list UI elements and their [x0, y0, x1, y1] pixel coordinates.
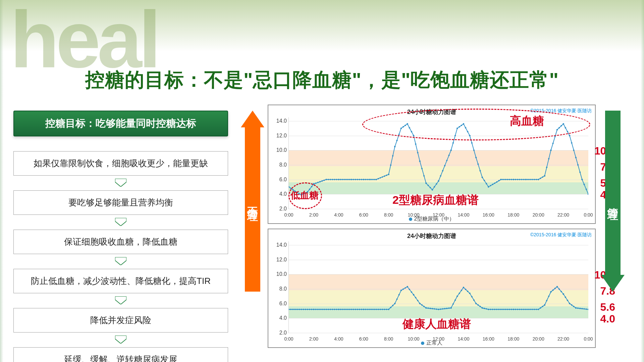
svg-point-250: [405, 287, 406, 289]
svg-point-242: [392, 305, 393, 306]
svg-point-358: [588, 309, 588, 310]
svg-point-140: [511, 179, 512, 180]
flow-step: 降低并发症风险: [13, 308, 228, 333]
svg-point-180: [575, 157, 577, 158]
svg-point-60: [380, 177, 381, 178]
svg-point-83: [417, 152, 418, 153]
svg-point-158: [542, 176, 543, 178]
ref-line-label: 5.6: [600, 301, 615, 313]
svg-point-357: [586, 308, 587, 310]
svg-point-50: [363, 179, 364, 180]
svg-point-146: [521, 179, 522, 180]
svg-point-318: [519, 309, 520, 310]
svg-point-147: [523, 179, 525, 180]
svg-point-101: [446, 160, 447, 161]
svg-point-128: [488, 186, 489, 187]
svg-point-104: [450, 149, 452, 151]
svg-point-319: [521, 309, 522, 310]
svg-point-41: [348, 179, 350, 180]
svg-point-332: [544, 304, 545, 306]
svg-point-237: [384, 309, 385, 310]
svg-point-93: [432, 189, 433, 190]
svg-point-354: [579, 308, 581, 309]
svg-point-355: [581, 308, 583, 309]
svg-point-287: [465, 289, 466, 290]
svg-point-52: [367, 179, 368, 180]
svg-point-268: [434, 308, 435, 309]
svg-point-143: [515, 179, 516, 180]
svg-point-344: [562, 293, 564, 295]
svg-point-330: [542, 306, 543, 307]
svg-point-150: [527, 179, 529, 180]
svg-point-135: [500, 179, 501, 180]
svg-point-91: [430, 187, 431, 188]
svg-point-202: [315, 309, 316, 310]
svg-point-186: [586, 189, 587, 190]
svg-point-34: [336, 179, 337, 180]
managed-arrow-label: 管理: [605, 199, 620, 203]
svg-point-195: [303, 309, 304, 310]
svg-point-87: [423, 175, 425, 177]
svg-point-156: [538, 179, 539, 180]
svg-point-117: [471, 142, 473, 143]
svg-point-154: [536, 179, 537, 180]
svg-point-300: [486, 308, 487, 309]
svg-point-225: [361, 309, 362, 310]
svg-point-233: [375, 309, 377, 310]
svg-point-273: [442, 308, 443, 309]
svg-point-185: [583, 184, 585, 185]
svg-point-241: [390, 307, 391, 308]
flow-step: 要吃够足够能量且营养均衡: [13, 190, 228, 215]
svg-point-288: [467, 291, 468, 292]
svg-point-181: [577, 164, 579, 166]
high-glucose-label: 高血糖: [510, 113, 544, 129]
svg-point-184: [581, 179, 583, 180]
svg-point-253: [409, 289, 410, 290]
unmanaged-arrow: 不管理: [241, 111, 264, 292]
unmanaged-arrow-label: 不管理: [245, 198, 260, 204]
svg-point-260: [419, 303, 421, 304]
svg-point-177: [571, 142, 572, 143]
high-glucose-ellipse: [362, 109, 590, 140]
svg-point-160: [544, 175, 545, 177]
svg-point-25: [319, 181, 321, 182]
svg-point-348: [569, 303, 570, 304]
svg-point-266: [430, 308, 431, 309]
svg-point-149: [525, 179, 527, 180]
svg-point-323: [529, 309, 531, 310]
svg-point-132: [496, 181, 497, 183]
svg-point-333: [546, 300, 547, 301]
svg-point-284: [461, 290, 462, 291]
svg-point-337: [552, 289, 553, 291]
svg-point-275: [446, 308, 447, 309]
y-tick: 8.0: [272, 162, 287, 168]
chevron-down-icon: [115, 218, 126, 226]
svg-marker-5: [115, 336, 126, 344]
svg-point-193: [299, 309, 300, 310]
svg-point-157: [540, 178, 541, 179]
svg-point-178: [573, 149, 574, 151]
svg-point-232: [373, 309, 375, 310]
svg-point-124: [482, 177, 483, 178]
svg-point-61: [382, 176, 383, 178]
svg-point-345: [565, 297, 566, 298]
svg-point-308: [500, 309, 501, 310]
svg-point-235: [380, 309, 381, 310]
svg-point-312: [508, 309, 510, 310]
svg-point-265: [427, 307, 429, 309]
svg-point-187: [588, 193, 588, 195]
svg-point-58: [375, 179, 377, 180]
y-tick: 2.0: [272, 206, 287, 212]
svg-point-261: [421, 304, 423, 306]
svg-point-54: [369, 179, 371, 180]
svg-point-85: [419, 161, 421, 162]
svg-point-182: [579, 172, 581, 173]
svg-point-321: [525, 309, 527, 310]
svg-point-82: [415, 143, 416, 145]
y-tick: 10.0: [272, 147, 287, 153]
svg-point-264: [425, 307, 427, 309]
svg-point-63: [386, 175, 387, 176]
svg-point-305: [494, 309, 495, 310]
svg-point-244: [394, 303, 395, 304]
svg-point-130: [492, 184, 493, 185]
